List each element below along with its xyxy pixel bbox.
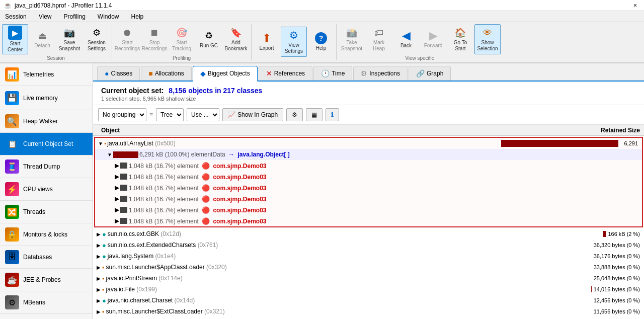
tab-graph[interactable]: 🔗 Graph	[409, 66, 451, 81]
menu-profiling[interactable]: Profiling	[61, 12, 89, 21]
row-element3[interactable]: ▶ 1,048 kB (16.7%) element 🔴 com.sjmp.De…	[95, 182, 642, 193]
expander-printstream[interactable]: ▶	[95, 276, 102, 281]
row-charset[interactable]: ▶ ● java.nio.charset.Charset (0x14d) 12,…	[93, 295, 644, 306]
row-element6[interactable]: ▶ 1,048 kB (16.7%) element 🔴 com.sjmp.De…	[95, 215, 642, 226]
btn-stop-recordings[interactable]: ⏹ StopRecordings	[141, 24, 168, 54]
grouping-select[interactable]: No grouping	[98, 108, 146, 121]
view-specific-buttons: 📸 TakeSnapshot 🏷 MarkHeap ◀ Back ▶ Forwa…	[339, 24, 501, 54]
row-arraylist[interactable]: ▼ ▪ java.util.ArrayList (0x500) 6,291	[95, 138, 642, 149]
expander-e4[interactable]: ▶	[113, 195, 120, 202]
row-extclassloader[interactable]: ▶ ▪ sun.misc.Launcher$ExtClassLoader (0x…	[93, 306, 644, 317]
row-element1[interactable]: ▶ 1,048 kB (16.7%) element 🔴 com.sjmp.De…	[95, 160, 642, 171]
menu-session[interactable]: Session	[2, 12, 30, 21]
tab-time[interactable]: 🕐 Time	[313, 66, 352, 81]
show-in-graph-btn[interactable]: 📈 Show In Graph	[222, 108, 283, 121]
elementdata-text: 6,291 kB (100.0%) elementData → java.lan…	[139, 151, 501, 158]
expander-elementdata[interactable]: ▼	[106, 152, 113, 157]
expander-appclassloader[interactable]: ▶	[95, 265, 102, 270]
sidebar-item-mbeans[interactable]: ⚙ MBeans	[0, 291, 93, 314]
run-gc-label: Run GC	[200, 43, 218, 49]
row-element5[interactable]: ▶ 1,048 kB (16.7%) element 🔴 com.sjmp.De…	[95, 204, 642, 215]
live-memory-icon: 💾	[5, 91, 19, 105]
view-select[interactable]: Tree	[156, 108, 184, 121]
btn-take-snapshot[interactable]: 📸 TakeSnapshot	[339, 24, 365, 54]
menu-window[interactable]: Window	[95, 12, 122, 21]
expander-e5[interactable]: ▶	[113, 206, 120, 213]
e3-class: com.sjmp.Demo03	[213, 185, 266, 192]
btn-forward[interactable]: ▶ Forward	[420, 24, 446, 54]
expander-gbk[interactable]: ▶	[95, 231, 102, 237]
system-icon: ●	[102, 253, 106, 260]
sidebar-item-cpu-views[interactable]: ⚡ CPU views	[0, 178, 93, 201]
row-file[interactable]: ▶ ▪ java.io.File (0x199) 14,016 bytes (0…	[93, 284, 644, 295]
row-baselocale[interactable]: ▶ ● sun.util.locale.BaseLocale (0xb5) 6,…	[93, 317, 644, 319]
e3-icon: 🔴	[202, 184, 210, 192]
row-appclassloader[interactable]: ▶ ▪ sun.misc.Launcher$AppClassLoader (0x…	[93, 262, 644, 273]
btn-back[interactable]: ◀ Back	[393, 24, 419, 54]
grid-btn[interactable]: ▦	[306, 108, 323, 121]
arraylist-icon: ▪	[104, 140, 106, 147]
row-printstream[interactable]: ▶ ▪ java.io.PrintStream (0x114e) 25,048 …	[93, 273, 644, 284]
row-system[interactable]: ▶ ● java.lang.System (0x1e4) 36,176 byte…	[93, 251, 644, 262]
cpu-views-label: CPU views	[23, 186, 53, 193]
btn-save-snapshot[interactable]: 📷 SaveSnapshot	[56, 24, 83, 54]
row-element4[interactable]: ▶ 1,048 kB (16.7%) element 🔴 com.sjmp.De…	[95, 193, 642, 204]
expander-extclassloader[interactable]: ▶	[95, 309, 102, 314]
tab-allocations[interactable]: ■ Allocations	[141, 66, 192, 81]
sidebar-item-current-object-set[interactable]: 📋 Current Object Set	[0, 133, 93, 155]
row-element2[interactable]: ▶ 1,048 kB (16.7%) element 🔴 com.sjmp.De…	[95, 171, 642, 182]
sidebar-item-heap-walker[interactable]: 🔍 Heap Walker	[0, 110, 93, 133]
btn-show-selection[interactable]: 👁 ShowSelection	[474, 24, 501, 54]
menu-view[interactable]: View	[36, 12, 55, 21]
expander-e1[interactable]: ▶	[113, 162, 120, 169]
btn-start-center[interactable]: ▶ StartCenter	[2, 24, 28, 54]
expander-e2[interactable]: ▶	[113, 173, 120, 180]
btn-mark-heap[interactable]: 🏷 MarkHeap	[366, 24, 392, 54]
sidebar-item-thread-dump[interactable]: 🧵 Thread Dump	[0, 155, 93, 178]
profiling-buttons: ⏺ StartRecordings ⏹ StopRecordings 🎯 Sta…	[114, 24, 249, 54]
btn-session-settings[interactable]: ⚙ SessionSettings	[84, 24, 110, 54]
tab-biggest-objects[interactable]: ◆ Biggest Objects	[193, 66, 258, 82]
expander-file[interactable]: ▶	[95, 287, 102, 292]
btn-start-tracking[interactable]: 🎯 StartTracking	[169, 24, 195, 54]
row-gbk[interactable]: ▶ ● sun.nio.cs.ext.GBK (0x12d) 166 kB (2…	[93, 228, 644, 240]
settings-btn[interactable]: ⚙	[286, 108, 303, 121]
mark-heap-icon: 🏷	[373, 27, 385, 39]
monitors-locks-icon: 🔒	[5, 227, 19, 242]
sidebar-item-jee-probes[interactable]: ☕ JEE & Probes	[0, 269, 93, 291]
extclassloader-retained-text: 11,656 bytes (0 %)	[594, 308, 640, 314]
btn-add-bookmark[interactable]: 🔖 AddBookmark	[223, 24, 249, 54]
btn-run-gc[interactable]: ♻ Run GC	[196, 24, 222, 54]
sidebar-item-monitors-locks[interactable]: 🔒 Monitors & locks	[0, 223, 93, 246]
expander-extcharsets[interactable]: ▶	[95, 243, 102, 248]
btn-view-settings[interactable]: ⚙ ViewSettings	[281, 27, 307, 57]
tab-classes[interactable]: ● Classes	[97, 66, 140, 81]
row-elementdata[interactable]: ▼ 6,291 kB (100.0%) elementData → java.l…	[95, 149, 642, 160]
selection-box: ▼ ▪ java.util.ArrayList (0x500) 6,291	[94, 137, 643, 227]
current-object-set-label: Current Object Set	[23, 140, 73, 147]
menu-help[interactable]: Help	[128, 12, 147, 21]
tab-inspections[interactable]: ⚙ Inspections	[353, 66, 408, 81]
sidebar-item-live-memory[interactable]: 💾 Live memory	[0, 86, 93, 110]
expander-system[interactable]: ▶	[95, 254, 102, 259]
expander-arraylist[interactable]: ▼	[97, 141, 104, 146]
title-bar-close[interactable]: ×	[630, 2, 640, 9]
info-btn[interactable]: ℹ	[326, 108, 339, 121]
sidebar-item-databases[interactable]: 🗄 Databases	[0, 246, 93, 269]
view-settings-label: ViewSettings	[285, 42, 303, 54]
use-select[interactable]: Use ...	[187, 108, 219, 121]
btn-export[interactable]: ⬆ Export	[254, 27, 280, 57]
sidebar-item-threads[interactable]: 🔀 Threads	[0, 201, 93, 223]
expander-e6[interactable]: ▶	[113, 217, 120, 224]
row-extcharsets[interactable]: ▶ ● sun.nio.cs.ext.ExtendedCharsets (0x7…	[93, 240, 644, 251]
btn-go-to-start[interactable]: 🏠 Go ToStart	[447, 24, 473, 54]
btn-help[interactable]: ? Help	[308, 27, 334, 57]
show-selection-icon: 👁	[481, 27, 494, 39]
expander-e3[interactable]: ▶	[113, 184, 120, 191]
sidebar-item-telemetries[interactable]: 📊 Telemetries	[0, 63, 93, 86]
expander-charset[interactable]: ▶	[95, 298, 102, 303]
inspections-tab-label: Inspections	[369, 70, 400, 77]
btn-detach[interactable]: ⏏ Detach	[29, 24, 55, 54]
tab-references[interactable]: ✕ References	[259, 66, 312, 81]
btn-start-recordings[interactable]: ⏺ StartRecordings	[114, 24, 140, 54]
